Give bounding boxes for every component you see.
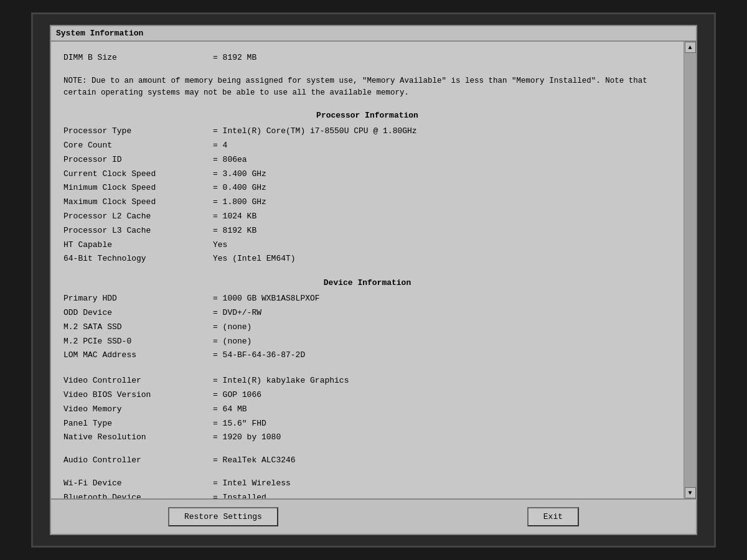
row-value: = 4 (213, 139, 671, 152)
row-value: = 15.6" FHD (213, 418, 671, 431)
row-label: 64-Bit Technology (63, 253, 213, 266)
row-label: Panel Type (63, 418, 213, 431)
wireless-info-table: Wi-Fi Device= Intel WirelessBluetooth De… (63, 477, 671, 498)
dimm-label: DIMM B Size (63, 52, 213, 65)
row-label: Video BIOS Version (63, 389, 213, 402)
row-label: M.2 SATA SSD (63, 321, 213, 334)
restore-settings-button[interactable]: Restore Settings (168, 507, 278, 526)
bios-window: System Information DIMM B Size = 8192 MB… (50, 25, 697, 535)
table-row: Video Memory= 64 MB (63, 403, 671, 416)
window-title-bar: System Information (51, 26, 696, 42)
row-label: Native Resolution (63, 431, 213, 444)
row-value: = 1024 KB (213, 210, 671, 223)
scroll-up-button[interactable]: ▲ (685, 42, 696, 53)
table-row: M.2 PCIe SSD-0= (none) (63, 335, 671, 348)
row-label: Maximum Clock Speed (63, 196, 213, 209)
row-label: Processor ID (63, 154, 213, 167)
note-text: NOTE: Due to an amount of memory being a… (63, 75, 671, 99)
table-row: Core Count= 4 (63, 139, 671, 152)
table-row: Panel Type= 15.6" FHD (63, 418, 671, 431)
row-value: = 806ea (213, 154, 671, 167)
table-row: Processor Type= Intel(R) Core(TM) i7-855… (63, 125, 671, 138)
window-title: System Information (56, 29, 143, 38)
table-row: Primary HDD= 1000 GB WXB1AS8LPXOF (63, 292, 671, 306)
table-row: Processor L3 Cache= 8192 KB (63, 225, 671, 238)
table-row: Video BIOS Version= GOP 1066 (63, 389, 671, 402)
screen-bezel: System Information DIMM B Size = 8192 MB… (31, 12, 716, 548)
table-row: Audio Controller= RealTek ALC3246 (63, 454, 671, 467)
row-label: LOM MAC Address (63, 349, 213, 362)
dimm-value: = 8192 MB (213, 52, 671, 65)
row-value: Yes (Intel EM64T) (213, 253, 671, 266)
table-row: HT CapableYes (63, 239, 671, 252)
device-info-table: Primary HDD= 1000 GB WXB1AS8LPXOFODD Dev… (63, 292, 671, 362)
table-row: Processor ID= 806ea (63, 154, 671, 167)
row-label: Core Count (63, 139, 213, 152)
row-value: = DVD+/-RW (213, 307, 671, 320)
row-value: = 1.800 GHz (213, 196, 671, 209)
row-value: = 1920 by 1080 (213, 431, 671, 444)
table-row: Video Controller= Intel(R) kabylake Grap… (63, 375, 671, 388)
row-label: ODD Device (63, 307, 213, 320)
table-row: Maximum Clock Speed= 1.800 GHz (63, 196, 671, 209)
content-area: DIMM B Size = 8192 MB NOTE: Due to an am… (51, 42, 696, 498)
table-row: Wi-Fi Device= Intel Wireless (63, 477, 671, 490)
scroll-down-icon: ▼ (688, 490, 692, 497)
row-value: = (none) (213, 321, 671, 334)
row-value: = GOP 1066 (213, 389, 671, 402)
exit-button[interactable]: Exit (527, 507, 579, 526)
scroll-up-icon: ▲ (688, 44, 692, 51)
row-value: = 64 MB (213, 403, 671, 416)
scrollbar[interactable]: ▲ ▼ (684, 42, 696, 498)
row-label: M.2 PCIe SSD-0 (63, 335, 213, 348)
main-content: DIMM B Size = 8192 MB NOTE: Due to an am… (51, 42, 684, 498)
video-info-table: Video Controller= Intel(R) kabylake Grap… (63, 375, 671, 444)
dimm-row: DIMM B Size = 8192 MB (63, 52, 671, 65)
processor-info-table: Processor Type= Intel(R) Core(TM) i7-855… (63, 125, 671, 266)
row-label: Minimum Clock Speed (63, 182, 213, 195)
audio-info-table: Audio Controller= RealTek ALC3246 (63, 454, 671, 467)
processor-section-title: Processor Information (63, 111, 671, 120)
row-label: Bluetooth Device (63, 492, 213, 498)
row-value: = 3.400 GHz (213, 168, 671, 181)
row-label: Processor L2 Cache (63, 210, 213, 223)
row-value: = Intel(R) kabylake Graphics (213, 375, 671, 388)
row-label: Primary HDD (63, 292, 213, 306)
row-label: Processor Type (63, 125, 213, 138)
row-value: = RealTek ALC3246 (213, 454, 671, 467)
table-row: LOM MAC Address= 54-BF-64-36-87-2D (63, 349, 671, 362)
row-value: = (none) (213, 335, 671, 348)
row-value: Yes (213, 239, 671, 252)
row-label: Video Controller (63, 375, 213, 388)
table-row: Native Resolution= 1920 by 1080 (63, 431, 671, 444)
device-section-title: Device Information (63, 278, 671, 287)
row-value: = Intel Wireless (213, 477, 671, 490)
bottom-bar: Restore Settings Exit (51, 498, 696, 534)
scrollbar-track[interactable] (684, 53, 696, 487)
row-label: Audio Controller (63, 454, 213, 467)
row-value: = Intel(R) Core(TM) i7-8550U CPU @ 1.80G… (213, 125, 671, 138)
scroll-down-button[interactable]: ▼ (685, 487, 696, 498)
row-label: Processor L3 Cache (63, 225, 213, 238)
row-value: = 54-BF-64-36-87-2D (213, 349, 671, 362)
row-label: Video Memory (63, 403, 213, 416)
row-label: Current Clock Speed (63, 168, 213, 181)
row-value: = Installed (213, 492, 671, 498)
table-row: Processor L2 Cache= 1024 KB (63, 210, 671, 223)
table-row: Minimum Clock Speed= 0.400 GHz (63, 182, 671, 195)
table-row: 64-Bit TechnologyYes (Intel EM64T) (63, 253, 671, 266)
table-row: Bluetooth Device= Installed (63, 492, 671, 498)
table-row: M.2 SATA SSD= (none) (63, 321, 671, 334)
row-label: Wi-Fi Device (63, 477, 213, 490)
table-row: Current Clock Speed= 3.400 GHz (63, 168, 671, 181)
row-value: = 1000 GB WXB1AS8LPXOF (213, 292, 671, 306)
row-label: HT Capable (63, 239, 213, 252)
row-value: = 8192 KB (213, 225, 671, 238)
table-row: ODD Device= DVD+/-RW (63, 307, 671, 320)
row-value: = 0.400 GHz (213, 182, 671, 195)
